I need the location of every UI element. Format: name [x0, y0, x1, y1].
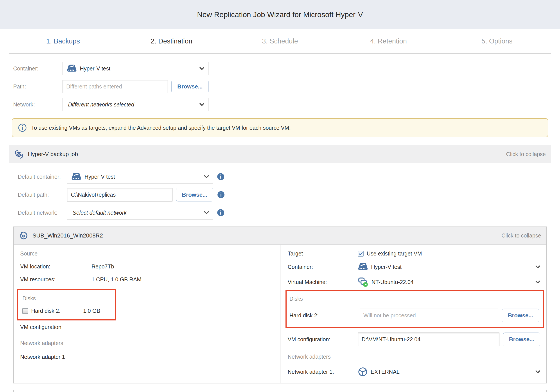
default-container-select[interactable]: Hyper-V test	[67, 170, 213, 183]
default-container-row: Default container: Hyper-V test	[13, 170, 547, 183]
vm-subpanel-title: SUB_Win2016_Win2008R2	[32, 232, 103, 239]
step-tab-options[interactable]: 5. Options	[443, 37, 551, 45]
page-title: New Replication Job Wizard for Microsoft…	[197, 10, 363, 19]
vm-resources-row: VM resources: 1 CPU, 1.0 GB RAM	[14, 276, 280, 283]
chevron-down-icon	[535, 265, 540, 268]
backup-job-body: Default container: Hyper-V test Default …	[9, 163, 551, 392]
network-label: Network:	[9, 101, 62, 108]
chevron-down-icon	[204, 175, 209, 178]
chevron-down-icon	[535, 281, 540, 284]
info-banner-icon	[18, 123, 27, 132]
chevron-down-icon	[200, 103, 204, 106]
container-label: Container:	[9, 65, 62, 72]
target-vm-config-browse-button[interactable]: Browse...	[503, 332, 540, 346]
vm-subpanel-header[interactable]: SUB_Win2016_Win2008R2 Click to collapse	[14, 227, 546, 245]
target-hard-disk-browse-button[interactable]: Browse...	[502, 309, 539, 322]
info-banner: To use existing VMs as targets, expand t…	[12, 118, 548, 137]
target-vm-config-input[interactable]	[358, 332, 500, 346]
source-vm-config-row: VM configuration	[14, 324, 280, 330]
network-icon	[358, 367, 368, 377]
step-tab-backups[interactable]: 1. Backups	[9, 37, 117, 45]
network-select[interactable]: Different networks selected	[62, 98, 209, 111]
vm-location-row: VM location: Repo7Tb	[14, 263, 280, 270]
default-network-label: Default network:	[13, 210, 67, 216]
default-network-select[interactable]: Select default network	[67, 206, 213, 220]
source-hard-disk-size: 1.0 GB	[83, 308, 100, 314]
source-hard-disk-row: Hard disk 2: 1.0 GB	[21, 308, 115, 314]
target-net-adapter-value: EXTERNAL	[371, 369, 535, 375]
info-banner-text: To use existing VMs as targets, expand t…	[31, 125, 291, 131]
source-heading: Source	[14, 251, 280, 257]
source-net-adapter-label: Network adapter 1	[20, 354, 91, 360]
target-container-label: Container:	[288, 264, 358, 270]
target-net-adapter-select[interactable]: EXTERNAL	[358, 367, 546, 377]
chevron-down-icon	[535, 370, 540, 373]
target-net-adapters-heading: Network adapters	[284, 354, 546, 360]
use-existing-vm-label: Use existing target VM	[367, 251, 422, 257]
target-column: Target Use existing target VM Container:	[280, 245, 546, 383]
backup-job-panel: Hyper-V backup job Click to collapse Def…	[9, 145, 551, 392]
chevron-down-icon	[204, 211, 209, 214]
path-input[interactable]	[62, 80, 168, 93]
target-heading-row: Target Use existing target VM	[284, 251, 546, 257]
target-vm-config-label: VM configuration:	[288, 336, 358, 343]
hyperv-container-icon	[358, 262, 368, 271]
hyperv-container-icon	[67, 64, 77, 73]
step-tab-destination[interactable]: 2. Destination	[117, 37, 226, 45]
use-existing-vm-checkbox[interactable]	[358, 251, 364, 257]
default-path-browse-button[interactable]: Browse...	[176, 188, 213, 201]
source-disks-highlight: Disks Hard disk 2: 1.0 GB	[17, 289, 116, 321]
step-tab-schedule[interactable]: 3. Schedule	[226, 37, 334, 45]
vm-location-value: Repo7Tb	[91, 263, 114, 270]
target-vm-row: Virtual Machine: NT-Ubuntu-22.04	[284, 277, 546, 287]
source-hard-disk-label: Hard disk 2:	[31, 308, 60, 314]
hard-disk-checkbox[interactable]	[22, 308, 28, 314]
default-container-label: Default container:	[13, 174, 67, 180]
info-icon[interactable]	[217, 209, 224, 216]
collapsed-vm-row[interactable]: SUB_WinSrv2019	[13, 390, 547, 392]
default-container-value: Hyper-V test	[84, 174, 204, 180]
backup-job-header[interactable]: Hyper-V backup job Click to collapse	[9, 145, 551, 163]
wizard-steps: 1. Backups 2. Destination 3. Schedule 4.…	[9, 29, 551, 54]
collapse-toggle[interactable]: Click to collapse	[506, 151, 546, 157]
target-vm-value: NT-Ubuntu-22.04	[371, 279, 535, 285]
path-browse-button[interactable]: Browse...	[171, 80, 209, 93]
target-container-value: Hyper-V test	[371, 264, 535, 270]
target-heading: Target	[288, 251, 358, 257]
target-hard-disk-label: Hard disk 2:	[290, 312, 360, 319]
collapse-toggle[interactable]: Click to collapse	[501, 232, 541, 239]
vm-location-label: VM location:	[20, 263, 91, 270]
target-hard-disk-row: Hard disk 2: Browse...	[289, 309, 543, 322]
default-path-label: Default path:	[13, 192, 67, 198]
vm-resources-label: VM resources:	[20, 276, 91, 283]
target-container-row: Container: Hyper-V test	[284, 262, 546, 271]
path-label: Path:	[9, 83, 62, 90]
default-network-value: Select default network	[73, 210, 204, 216]
source-disks-heading: Disks	[21, 295, 115, 302]
hyperv-container-icon	[71, 172, 81, 181]
target-hard-disk-input[interactable]	[360, 309, 498, 322]
container-select-value: Hyper-V test	[80, 65, 200, 72]
default-network-row: Default network: Select default network	[13, 206, 547, 220]
container-row: Container: Hyper-V test	[9, 62, 551, 75]
replication-job-icon	[19, 231, 28, 240]
vm-icon	[358, 277, 369, 287]
target-disks-highlight: Disks Hard disk 2: Browse...	[285, 290, 544, 328]
target-net-adapter-row: Network adapter 1: EXTERNAL	[284, 367, 546, 377]
source-vm-config-label: VM configuration	[20, 324, 91, 330]
target-vm-select[interactable]: NT-Ubuntu-22.04	[358, 277, 546, 287]
network-row: Network: Different networks selected	[9, 98, 551, 111]
info-icon[interactable]	[217, 173, 224, 181]
target-disks-heading: Disks	[289, 296, 543, 302]
wizard-content: Container: Hyper-V test Path: Browse... …	[0, 54, 560, 392]
container-select[interactable]: Hyper-V test	[62, 62, 209, 75]
vm-subpanel: SUB_Win2016_Win2008R2 Click to collapse …	[13, 227, 547, 383]
default-path-input[interactable]	[67, 188, 172, 201]
wizard-titlebar: New Replication Job Wizard for Microsoft…	[0, 0, 560, 29]
target-container-select[interactable]: Hyper-V test	[358, 262, 546, 271]
info-icon[interactable]	[217, 191, 225, 198]
source-net-adapters-heading: Network adapters	[14, 340, 280, 346]
step-tab-retention[interactable]: 4. Retention	[334, 37, 443, 45]
layers-icon	[14, 150, 23, 159]
source-column: Source VM location: Repo7Tb VM resources…	[14, 245, 280, 383]
